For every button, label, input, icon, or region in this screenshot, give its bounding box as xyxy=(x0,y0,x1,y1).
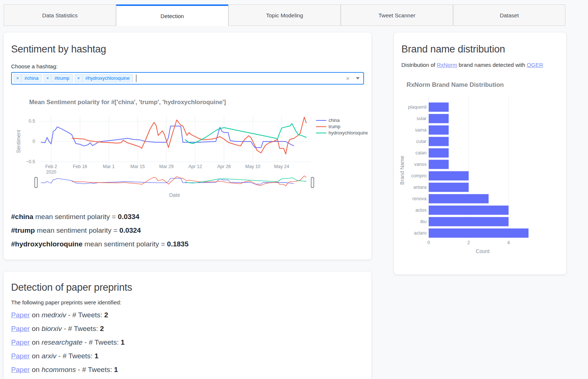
bar-x-tick-label: 4 xyxy=(507,240,510,245)
dropdown-caret-icon[interactable] xyxy=(356,77,360,79)
bar-antara[interactable] xyxy=(429,183,469,192)
selected-hashtags: ×#china×#trump×#hydroxychloroquine xyxy=(14,74,133,82)
hashtag-chip: ×#hydroxychloroquine xyxy=(75,74,133,82)
hashtag-dropdown-label: Choose a hashtag: xyxy=(11,63,371,69)
remove-tag-icon[interactable]: × xyxy=(75,75,82,82)
paper-item: Paper on biorxiv - # Tweets: 2 xyxy=(11,325,371,333)
legend-label-hydroxychloroquine[interactable]: hydroxychloroquine xyxy=(329,130,368,136)
paper-item: Paper on hcommons - # Tweets: 1 xyxy=(11,366,371,374)
bar-category-label: aclaro xyxy=(414,231,426,236)
x-tick-label: Mar 29 xyxy=(159,164,174,169)
bar-sarna[interactable] xyxy=(429,126,449,135)
sentiment-stat-line: #china mean sentiment polarity = 0.0334 xyxy=(11,213,371,221)
bar-category-label: ibu xyxy=(420,219,426,224)
bar-ibu[interactable] xyxy=(429,217,509,226)
bar-compro[interactable] xyxy=(429,171,469,181)
paper-item: Paper on arxiv - # Tweets: 1 xyxy=(11,352,371,360)
bar-sular[interactable] xyxy=(429,114,449,123)
rangeslider-left-handle[interactable] xyxy=(35,177,37,188)
series-hydroxychloroquine xyxy=(185,124,306,144)
bar-category-label: sarna xyxy=(415,127,426,133)
brand-bar-chart[interactable]: plaquenilsularsarnacutarcalanvanoscompro… xyxy=(394,93,566,256)
rxnorm-link[interactable]: RxNorm xyxy=(437,62,457,68)
bar-category-label: plaquenil xyxy=(408,105,426,110)
bar-x-tick-label: 2 xyxy=(468,240,470,245)
paper-link[interactable]: Paper xyxy=(11,352,30,360)
sentiment-stats: #china mean sentiment polarity = 0.0334#… xyxy=(11,213,371,248)
hashtag-chip-label: #trump xyxy=(51,75,72,82)
remove-tag-icon[interactable]: × xyxy=(14,75,21,82)
hashtag-chip: ×#china xyxy=(14,74,42,82)
bar-calan[interactable] xyxy=(429,148,449,158)
paper-link[interactable]: Paper xyxy=(11,338,30,346)
brand-card-subtitle: Distribution of RxNorm brand names detec… xyxy=(401,62,566,68)
bar-category-label: antara xyxy=(414,185,426,190)
tab-topic-modeling[interactable]: Topic Modeling xyxy=(228,4,341,26)
dropdown-controls: × xyxy=(346,75,360,82)
tab-detection[interactable]: Detection xyxy=(116,4,228,26)
paper-item: Paper on medrxiv - # Tweets: 2 xyxy=(11,311,371,319)
line-chart-title: Mean Sentiment polarity for #['china', '… xyxy=(29,99,371,106)
text-cursor xyxy=(136,75,137,82)
x-tick-label: May 24 xyxy=(274,164,289,169)
x-tick-label: Feb 2 xyxy=(45,164,57,169)
sentiment-card-title: Sentiment by hashtag xyxy=(11,44,371,55)
sentiment-stat-line: #hydroxychloroquine mean sentiment polar… xyxy=(11,240,371,248)
legend-label-china[interactable]: china xyxy=(329,118,340,123)
tab-bar: Data StatisticsDetectionTopic ModelingTw… xyxy=(4,4,565,26)
tab-data-statistics[interactable]: Data Statistics xyxy=(4,4,116,26)
line-chart-ylabel: Sentiment xyxy=(16,130,21,153)
paper-link[interactable]: Paper xyxy=(11,366,30,373)
legend-label-trump[interactable]: trump xyxy=(329,124,340,129)
oger-link[interactable]: OGER xyxy=(527,62,543,68)
paper-list: Paper on medrxiv - # Tweets: 2Paper on b… xyxy=(11,311,371,374)
papers-card-title: Detection of paper preprints xyxy=(11,282,371,293)
x-tick-label: May 10 xyxy=(245,164,261,169)
bar-category-label: vanos xyxy=(414,162,426,167)
bar-renova[interactable] xyxy=(429,194,489,204)
x-tick-label: Apr 26 xyxy=(217,164,231,169)
y-tick-label: −0.5 xyxy=(26,159,35,164)
bar-x-tick-label: 0 xyxy=(428,240,430,245)
papers-intro: The following paper preprints were ident… xyxy=(11,299,371,305)
tab-tweet-scanner[interactable]: Tweet Scanner xyxy=(341,4,453,26)
hashtag-chip-label: #hydroxychloroquine xyxy=(82,75,133,82)
rangeslider-right-handle[interactable] xyxy=(311,177,314,188)
bar-category-label: calan xyxy=(415,150,426,156)
bar-aclaro[interactable] xyxy=(429,229,528,238)
sentiment-stat-line: #trump mean sentiment polarity = 0.0324 xyxy=(11,226,371,235)
brand-name-card: Brand name distribution Distribution of … xyxy=(394,33,566,274)
bar-cutar[interactable] xyxy=(429,137,449,146)
hashtag-multiselect[interactable]: ×#china×#trump×#hydroxychloroquine × xyxy=(11,72,364,85)
bar-chart-xlabel: Count xyxy=(476,248,489,254)
sentiment-line-chart[interactable]: 0.50−0.5Feb 22020Feb 16Mar 1Mar 15Mar 29… xyxy=(4,110,368,192)
bar-chart-title: RxNorm Brand Name Distribution xyxy=(407,81,566,88)
paper-preprints-card: Detection of paper preprints The followi… xyxy=(4,272,371,379)
hashtag-chip: ×#trump xyxy=(44,74,72,82)
sentiment-card: Sentiment by hashtag Choose a hashtag: ×… xyxy=(4,33,371,260)
paper-link[interactable]: Paper xyxy=(11,325,30,332)
tab-dataset[interactable]: Dataset xyxy=(453,4,565,26)
brand-card-title: Brand name distribution xyxy=(401,44,566,55)
dropdown-clear-icon[interactable]: × xyxy=(346,75,350,82)
paper-link[interactable]: Paper xyxy=(11,311,30,319)
x-tick-label: Apr 12 xyxy=(188,164,202,169)
bar-category-label: actos xyxy=(415,208,426,213)
bar-vanos[interactable] xyxy=(429,160,449,169)
bar-chart-ylabel: Brand Name xyxy=(399,156,405,185)
line-chart-xlabel: Date xyxy=(39,192,310,198)
rangeslider-series-trump xyxy=(72,176,306,186)
paper-item: Paper on researchgate - # Tweets: 1 xyxy=(11,338,371,346)
remove-tag-icon[interactable]: × xyxy=(44,75,51,82)
bar-category-label: cutar xyxy=(416,139,426,144)
bar-actos[interactable] xyxy=(429,206,509,215)
x-tick-label: Feb 16 xyxy=(73,164,87,169)
y-tick-label: 0 xyxy=(33,139,35,144)
subtitle-middle: brand names detected with xyxy=(457,62,527,68)
series-trump xyxy=(72,117,306,154)
bar-plaquenil[interactable] xyxy=(429,103,449,112)
subtitle-prefix: Distribution of xyxy=(401,62,437,68)
bar-category-label: sular xyxy=(417,116,426,121)
bar-category-label: renova xyxy=(412,196,426,201)
y-tick-label: 0.5 xyxy=(29,119,35,124)
